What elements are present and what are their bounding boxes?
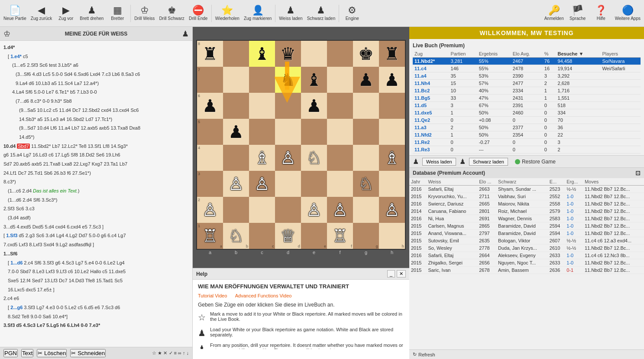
db-table-row[interactable]: 2016Ni, Hua2691Wagner, Dennis25831-011.N…	[409, 215, 644, 222]
square-g5[interactable]	[353, 119, 379, 145]
live-book-row[interactable]: 11.Bc21040%233411,716	[413, 87, 641, 95]
square-e4[interactable]: ♘	[301, 145, 327, 171]
db-col-weiss[interactable]: Weiss	[426, 178, 477, 186]
live-book-row[interactable]: 11.Qe20+0.080070	[413, 117, 641, 124]
live-book-row[interactable]: 11.Nbd2*3,28155%24677694,458So/Navara	[413, 58, 641, 65]
schwarz-laden-toolbar-button[interactable]: ♟ Schwarz laden	[305, 5, 337, 22]
db-table-row[interactable]: 2015Sutovsky, Emil2635Bologan, Viktor260…	[409, 237, 644, 245]
pgn-button[interactable]: PGN	[3, 349, 18, 357]
notation-body[interactable]: 1.d4* [ 1.e4* c5 (1...e5 2.Sf3 Sc6 test …	[0, 41, 192, 347]
square-c6[interactable]	[249, 93, 275, 119]
live-book-row[interactable]: 11.Re30---002	[413, 146, 641, 153]
square-d5[interactable]	[275, 119, 301, 145]
square-g6[interactable]	[353, 93, 379, 119]
db-table-row[interactable]: 2015Saric, Ivan2678Amin, Bassem26360-111…	[409, 267, 644, 274]
square-g8[interactable]: ♚	[353, 41, 379, 67]
square-d2[interactable]	[275, 197, 301, 223]
square-d7[interactable]: ♞	[275, 67, 301, 93]
square-a4[interactable]: 4	[197, 145, 223, 171]
db-col-erg[interactable]: Erg...	[565, 178, 583, 186]
square-h2[interactable]: ♙	[379, 197, 405, 223]
db-table-row[interactable]: 2015Carlsen, Magnus2865Baramidze, David2…	[409, 222, 644, 230]
live-book-row[interactable]: 11.c414655%24781619,914Wei/Safarli	[413, 65, 641, 72]
anmelden-button[interactable]: 🔑 Anmelden	[543, 5, 566, 22]
expand-icon[interactable]: ⊡	[635, 170, 641, 176]
schneiden-button[interactable]: ✂ Schneiden	[70, 349, 106, 357]
db-table-row[interactable]: 2016Safarli, Eltaj2663Shyam, Sundar ...2…	[409, 186, 644, 193]
square-d6[interactable]	[275, 93, 301, 119]
col-pct[interactable]: %	[543, 50, 556, 58]
db-table-row[interactable]: 2016Safarli, Eltaj2664Alekseev, Evgeny26…	[409, 252, 644, 259]
restore-game-btn[interactable]: Restore Game	[515, 159, 556, 165]
square-c8[interactable]: ♝	[249, 41, 275, 67]
live-book-row[interactable]: 11.a43553%239033,292	[413, 72, 641, 80]
square-h3[interactable]	[379, 171, 405, 197]
loeschen-button[interactable]: ✂ Löschen	[37, 349, 67, 357]
square-a8[interactable]: 8♜	[197, 41, 223, 67]
refresh-button[interactable]: ↻ Refresh	[409, 349, 644, 359]
square-b2[interactable]	[223, 197, 249, 223]
square-g1[interactable]: g	[353, 223, 379, 249]
drill-weiss-button[interactable]: ♔ Drill Weiss	[133, 5, 156, 22]
database-table-wrap[interactable]: Jahr Weiss Elo ... Schwarz E... Erg... M…	[409, 178, 644, 349]
square-b4[interactable]	[223, 145, 249, 171]
advanced-video-link[interactable]: Advanced Functions Video	[235, 293, 292, 298]
help-minimize-button[interactable]: _	[387, 270, 395, 277]
square-e2[interactable]: ♙	[301, 197, 327, 223]
square-g2[interactable]	[353, 197, 379, 223]
square-c4[interactable]: ♗	[249, 145, 275, 171]
db-col-jahr[interactable]: Jahr	[409, 178, 426, 186]
square-c1[interactable]: c	[249, 223, 275, 249]
square-f5[interactable]	[327, 119, 353, 145]
col-players[interactable]: Players	[600, 50, 641, 58]
square-d8[interactable]: ♛	[275, 41, 301, 67]
neue-partie-button[interactable]: 📄 Neue Partie	[2, 5, 28, 22]
square-g3[interactable]: ♘	[353, 171, 379, 197]
drill-schwarz-button[interactable]: ♚ Drill Schwarz	[157, 5, 186, 22]
drill-ende-button[interactable]: ⛔ Drill Ende	[187, 5, 210, 22]
square-a2[interactable]: 2♙	[197, 197, 223, 223]
bretter-button[interactable]: ▦ Bretter	[106, 5, 129, 22]
square-b3[interactable]: ♙	[223, 171, 249, 197]
db-col-moves[interactable]: Moves	[583, 178, 644, 186]
live-book-row[interactable]: 11.Re20-0.27003	[413, 139, 641, 146]
live-book-row[interactable]: 11.Bg53347%243111,551	[413, 95, 641, 102]
db-table-row[interactable]: 2015Anand, Viswana...2797Baramidze, Davi…	[409, 230, 644, 237]
wiederholen-button[interactable]: ⭐ Wiederholen	[214, 5, 241, 22]
live-book-row[interactable]: 11.d5367%23910518	[413, 102, 641, 109]
col-elo[interactable]: Elo Avg.	[511, 50, 543, 58]
square-c5[interactable]	[249, 119, 275, 145]
text-button[interactable]: Text	[21, 349, 33, 357]
schwarz-laden-button[interactable]: Schwarz laden	[469, 158, 508, 166]
square-g4[interactable]	[353, 145, 379, 171]
col-ergebnis[interactable]: Ergebnis	[477, 50, 511, 58]
square-e8[interactable]	[301, 41, 327, 67]
square-h7[interactable]: ♟	[379, 67, 405, 93]
square-b7[interactable]	[223, 67, 249, 93]
help-close-button[interactable]: ✕	[397, 270, 406, 277]
db-table-row[interactable]: 2015So, Wesley2778Duda, Jan Krzys...2610…	[409, 245, 644, 252]
square-e6[interactable]: ♟	[301, 93, 327, 119]
square-f8[interactable]	[327, 41, 353, 67]
square-b5[interactable]: ♟	[223, 119, 249, 145]
db-table-row[interactable]: 2015Kryvoruchko, Yu...2711Vaibhav, Suri2…	[409, 193, 644, 200]
square-c2[interactable]	[249, 197, 275, 223]
square-f7[interactable]	[327, 67, 353, 93]
weiss-laden-button[interactable]: Weiss laden	[422, 158, 456, 166]
db-col-schwarz[interactable]: Schwarz	[496, 178, 548, 186]
db-table-row[interactable]: 2016Swiercz, Dariusz2665Maiorov, Nikita2…	[409, 200, 644, 208]
sprache-button[interactable]: 🏴 Sprache	[566, 5, 589, 22]
live-book-row[interactable]: 11.a3250%2377036	[413, 124, 641, 131]
db-table-row[interactable]: 2014Caruana, Fabiano2801Roiz, Michael257…	[409, 208, 644, 215]
square-a5[interactable]: 5	[197, 119, 223, 145]
square-a6[interactable]: 6♟	[197, 93, 223, 119]
weiss-laden-toolbar-button[interactable]: ♟ Weiss laden	[277, 5, 304, 22]
square-a7[interactable]: 7	[197, 67, 223, 93]
zug-zurueck-button[interactable]: ◀ Zug zurück	[29, 5, 54, 22]
square-e7[interactable]: ♝	[301, 67, 327, 93]
square-b6[interactable]	[223, 93, 249, 119]
db-table-row[interactable]: 2015Zhigalko, Sergei2656Nguyen, Ngoc T..…	[409, 259, 644, 267]
square-h6[interactable]	[379, 93, 405, 119]
square-f6[interactable]	[327, 93, 353, 119]
square-d4[interactable]: ♙	[275, 145, 301, 171]
